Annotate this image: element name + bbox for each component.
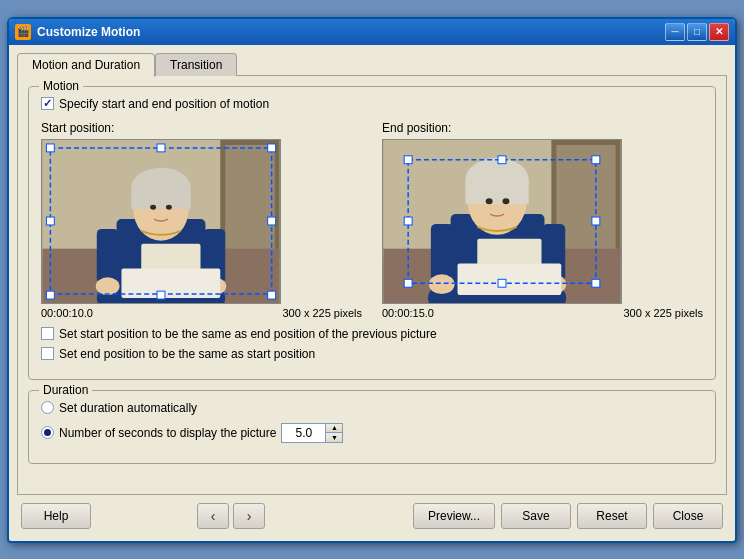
svg-point-14	[96, 277, 120, 295]
next-button[interactable]: ›	[233, 503, 265, 529]
svg-rect-3	[225, 144, 274, 253]
spinner-arrows: ▲ ▼	[326, 423, 343, 443]
auto-duration-row: Set duration automatically	[41, 401, 703, 415]
svg-rect-13	[97, 228, 119, 282]
svg-rect-24	[157, 291, 165, 299]
same-as-start-checkbox[interactable]	[41, 347, 54, 360]
svg-rect-50	[498, 155, 506, 163]
positions-row: Start position:	[41, 121, 703, 319]
end-dimensions: 300 x 225 pixels	[624, 307, 704, 319]
window-close-button[interactable]: ✕	[709, 23, 729, 41]
tab-bar: Motion and Duration Transition	[17, 53, 727, 76]
bottom-bar: Help ‹ › Preview... Save Reset Close	[17, 495, 727, 533]
end-position-label: End position:	[382, 121, 703, 135]
window-icon: 🎬	[15, 24, 31, 40]
specify-checkbox-row: Specify start and end position of motion	[41, 97, 703, 111]
start-image-info: 00:00:10.0 300 x 225 pixels	[41, 307, 362, 319]
same-as-start-row: Set end position to be the same as start…	[41, 347, 703, 361]
svg-rect-25	[46, 217, 54, 225]
seconds-spinner: ▲ ▼	[281, 423, 343, 443]
minimize-button[interactable]: ─	[665, 23, 685, 41]
tab-content: Motion Specify start and end position of…	[17, 75, 727, 495]
svg-rect-46	[404, 155, 412, 163]
svg-rect-10	[131, 187, 190, 209]
motion-group-label: Motion	[39, 79, 83, 93]
start-dimensions: 300 x 225 pixels	[283, 307, 363, 319]
seconds-label: Number of seconds to display the picture	[59, 426, 276, 440]
prev-button[interactable]: ‹	[197, 503, 229, 529]
end-time: 00:00:15.0	[382, 307, 434, 319]
window-title: Customize Motion	[37, 25, 665, 39]
title-buttons: ─ □ ✕	[665, 23, 729, 41]
svg-point-11	[150, 204, 156, 209]
svg-rect-21	[46, 291, 54, 299]
customize-motion-window: 🎬 Customize Motion ─ □ ✕ Motion and Dura…	[7, 17, 737, 543]
svg-rect-48	[404, 279, 412, 287]
svg-rect-23	[157, 143, 165, 151]
svg-rect-37	[465, 179, 528, 204]
svg-rect-19	[46, 143, 54, 151]
end-image-info: 00:00:15.0 300 x 225 pixels	[382, 307, 703, 319]
auto-duration-label: Set duration automatically	[59, 401, 197, 415]
svg-rect-22	[268, 291, 276, 299]
svg-rect-26	[268, 217, 276, 225]
svg-point-38	[486, 198, 493, 204]
svg-rect-20	[268, 143, 276, 151]
svg-rect-49	[592, 279, 600, 287]
preview-button[interactable]: Preview...	[413, 503, 495, 529]
svg-point-39	[502, 198, 509, 204]
start-time: 00:00:10.0	[41, 307, 93, 319]
same-as-prev-label: Set start position to be the same as end…	[59, 327, 437, 341]
start-position-block: Start position:	[41, 121, 362, 319]
spinner-up-button[interactable]: ▲	[326, 424, 342, 433]
svg-rect-52	[404, 217, 412, 225]
end-image-container[interactable]	[382, 139, 622, 304]
maximize-button[interactable]: □	[687, 23, 707, 41]
window-body: Motion and Duration Transition Motion Sp…	[9, 45, 735, 541]
motion-group: Motion Specify start and end position of…	[28, 86, 716, 380]
same-as-prev-checkbox[interactable]	[41, 327, 54, 340]
start-image-container[interactable]	[41, 139, 281, 304]
auto-duration-radio[interactable]	[41, 401, 54, 414]
svg-rect-47	[592, 155, 600, 163]
seconds-input[interactable]	[281, 423, 326, 443]
duration-group: Duration Set duration automatically Numb…	[28, 390, 716, 464]
reset-button[interactable]: Reset	[577, 503, 647, 529]
start-position-label: Start position:	[41, 121, 362, 135]
save-button[interactable]: Save	[501, 503, 571, 529]
help-button[interactable]: Help	[21, 503, 91, 529]
svg-rect-40	[431, 223, 454, 280]
same-as-start-label: Set end position to be the same as start…	[59, 347, 315, 361]
svg-rect-44	[458, 263, 562, 295]
end-position-block: End position:	[382, 121, 703, 319]
tab-transition[interactable]: Transition	[155, 53, 237, 76]
specify-checkbox[interactable]	[41, 97, 54, 110]
tab-motion[interactable]: Motion and Duration	[17, 53, 155, 77]
spinner-down-button[interactable]: ▼	[326, 433, 342, 442]
svg-rect-51	[498, 279, 506, 287]
svg-rect-53	[592, 217, 600, 225]
close-button[interactable]: Close	[653, 503, 723, 529]
specify-checkbox-label: Specify start and end position of motion	[59, 97, 269, 111]
title-bar: 🎬 Customize Motion ─ □ ✕	[9, 19, 735, 45]
seconds-row: Number of seconds to display the picture…	[41, 423, 703, 443]
svg-point-41	[429, 274, 455, 294]
seconds-radio[interactable]	[41, 426, 54, 439]
svg-point-12	[166, 204, 172, 209]
duration-group-label: Duration	[39, 383, 92, 397]
same-as-prev-row: Set start position to be the same as end…	[41, 327, 703, 341]
